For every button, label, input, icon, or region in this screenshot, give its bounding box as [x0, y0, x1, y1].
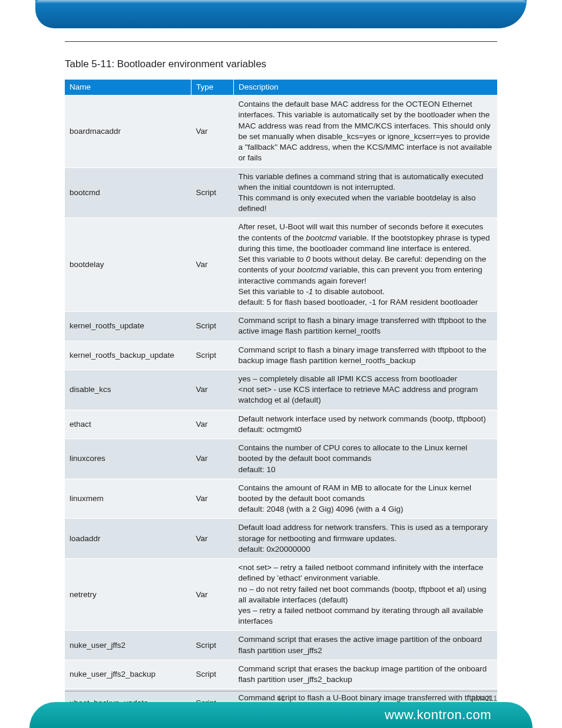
cell-name: kernel_rootfs_update	[65, 312, 191, 341]
table-row: kernel_rootfs_updateScriptCommand script…	[65, 312, 497, 341]
cell-name: ethact	[65, 410, 191, 439]
cell-type: Var	[191, 519, 234, 559]
cell-name: linuxcores	[65, 439, 191, 479]
cell-type: Var	[191, 559, 234, 631]
th-type: Type	[191, 80, 234, 95]
table-title: Table 5-11: Bootloader environment varia…	[65, 58, 497, 70]
bottom-banner: www.kontron.com	[29, 702, 533, 728]
cell-type: Script	[191, 312, 234, 341]
table-row: nuke_user_jffs2_backupScriptCommand scri…	[65, 660, 497, 689]
cell-type: Var	[191, 218, 234, 312]
cell-name: nuke_user_jffs2_backup	[65, 660, 191, 689]
content: Table 5-11: Bootloader environment varia…	[65, 41, 497, 728]
cell-type: Var	[191, 95, 234, 167]
cell-name: kernel_rootfs_backup_update	[65, 341, 191, 370]
table-row: disable_kcsVaryes – completely disable a…	[65, 370, 497, 410]
cell-type: Script	[191, 341, 234, 370]
page: Table 5-11: Bootloader environment varia…	[0, 0, 562, 728]
cell-description: <not set> – retry a failed netboot comma…	[234, 559, 498, 631]
cell-name: netretry	[65, 559, 191, 631]
table-row: linuxmemVarContains the amount of RAM in…	[65, 479, 497, 519]
table-row: loadaddrVarDefault load address for netw…	[65, 519, 497, 559]
cell-type: Var	[191, 410, 234, 439]
cell-name: disable_kcs	[65, 370, 191, 410]
cell-name: linuxmem	[65, 479, 191, 519]
top-banner	[35, 0, 527, 28]
cell-name: bootcmd	[65, 167, 191, 218]
footer-page-number: 41	[277, 694, 285, 703]
cell-description: Contains the default base MAC address fo…	[234, 95, 498, 167]
cell-type: Script	[191, 631, 234, 660]
cell-type: Var	[191, 479, 234, 519]
th-description: Description	[234, 80, 498, 95]
table-body: boardmacaddrVarContains the default base…	[65, 95, 497, 728]
cell-name: loadaddr	[65, 519, 191, 559]
table-row: bootcmdScriptThis variable defines a com…	[65, 167, 497, 218]
cell-description: yes – completely disable all IPMI KCS ac…	[234, 370, 498, 410]
cell-type: Script	[191, 167, 234, 218]
cell-type: Var	[191, 439, 234, 479]
cell-name: boardmacaddr	[65, 95, 191, 167]
footer-row: 41 AM4211	[65, 694, 497, 703]
cell-description: Command script that erases the active im…	[234, 631, 498, 660]
footer-site: www.kontron.com	[385, 707, 491, 723]
footer-model: AM4211	[471, 694, 497, 703]
cell-description: Default network interface used by networ…	[234, 410, 498, 439]
cell-description: Contains the amount of RAM in MB to allo…	[234, 479, 498, 519]
divider-bottom	[65, 691, 497, 691]
table-row: boardmacaddrVarContains the default base…	[65, 95, 497, 167]
table-row: netretryVar<not set> – retry a failed ne…	[65, 559, 497, 631]
table-head: Name Type Description	[65, 80, 497, 95]
cell-description: Command script to flash a binary image t…	[234, 312, 498, 341]
cell-description: Command script to flash a binary image t…	[234, 341, 498, 370]
divider-top	[65, 41, 497, 42]
cell-description: This variable defines a command string t…	[234, 167, 498, 218]
cell-type: Script	[191, 660, 234, 689]
cell-description: After reset, U-Boot will wait this numbe…	[234, 218, 498, 312]
table-row: kernel_rootfs_backup_updateScriptCommand…	[65, 341, 497, 370]
table-row: linuxcoresVarContains the number of CPU …	[65, 439, 497, 479]
th-name: Name	[65, 80, 191, 95]
cell-description: Command script that erases the backup im…	[234, 660, 498, 689]
table-row: ethactVarDefault network interface used …	[65, 410, 497, 439]
cell-description: Contains the number of CPU cores to allo…	[234, 439, 498, 479]
cell-type: Var	[191, 370, 234, 410]
cell-name: bootdelay	[65, 218, 191, 312]
bootloader-vars-table: Name Type Description boardmacaddrVarCon…	[65, 80, 497, 728]
table-row: bootdelayVarAfter reset, U-Boot will wai…	[65, 218, 497, 312]
cell-name: nuke_user_jffs2	[65, 631, 191, 660]
table-row: nuke_user_jffs2ScriptCommand script that…	[65, 631, 497, 660]
cell-description: Default load address for network transfe…	[234, 519, 498, 559]
